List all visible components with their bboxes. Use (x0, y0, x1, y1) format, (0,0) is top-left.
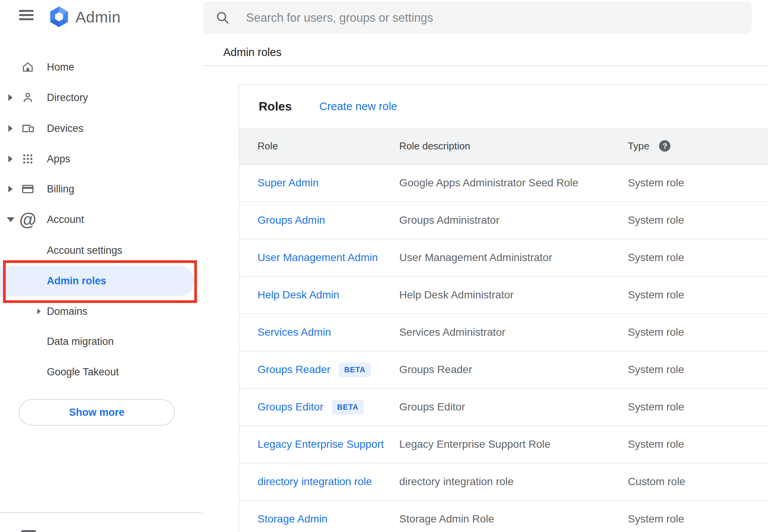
role-description: Groups Administrator (399, 214, 628, 226)
table-row: Groups Editor BETA Groups Editor System … (239, 389, 768, 426)
roles-panel: Roles Create new role Role Role descript… (239, 84, 768, 532)
role-type: System role (628, 177, 768, 189)
role-link[interactable]: directory integration role (258, 476, 372, 488)
search-input[interactable] (245, 1, 738, 35)
role-type: System role (628, 289, 768, 301)
sidebar-item-label: Home (47, 61, 74, 73)
sidebar-item-label: Apps (47, 153, 70, 165)
sidebar-item-account-settings[interactable]: Account settings (0, 235, 202, 266)
role-description: User Management Administrator (399, 252, 628, 264)
role-cell: Legacy Enterprise Support (258, 438, 399, 450)
role-cell: User Management Admin (258, 252, 399, 264)
role-cell: directory integration role (258, 476, 399, 488)
role-cell: Groups Reader BETA (258, 362, 399, 377)
breadcrumb: Admin roles (223, 46, 282, 59)
sidebar-item-label: Data migration (47, 336, 114, 348)
table-row: Super Admin Google Apps Administrator Se… (239, 165, 768, 202)
sidebar-item-home[interactable]: Home (0, 52, 202, 82)
sidebar-item-label: Google Takeout (47, 366, 119, 378)
partial-scrolled-icon (21, 530, 36, 532)
sidebar-item-label: Devices (47, 123, 83, 135)
search-bar[interactable] (203, 1, 752, 34)
expand-arrow-icon[interactable] (8, 186, 13, 192)
sidebar-item-data-migration[interactable]: Data migration (0, 326, 202, 357)
breadcrumb-divider (202, 65, 768, 66)
role-link[interactable]: Super Admin (258, 177, 318, 189)
role-link[interactable]: Groups Editor (258, 401, 323, 413)
role-link[interactable]: Groups Reader (258, 364, 330, 376)
panel-title-row: Roles Create new role (239, 85, 768, 128)
role-link[interactable]: User Management Admin (258, 252, 378, 264)
table-row: Groups Admin Groups Administrator System… (239, 202, 768, 239)
help-icon[interactable]: ? (659, 140, 670, 152)
apps-grid-icon (21, 152, 35, 166)
sidebar-item-label: Domains (47, 306, 88, 317)
sidebar-item-label: Directory (47, 92, 88, 104)
role-link[interactable]: Groups Admin (258, 214, 325, 226)
sidebar-item-domains[interactable]: Domains (0, 296, 202, 327)
show-more-label: Show more (69, 407, 125, 418)
roles-table: Super Admin Google Apps Administrator Se… (239, 165, 768, 532)
role-link[interactable]: Storage Admin (258, 513, 328, 525)
role-type: System role (628, 513, 768, 525)
role-link[interactable]: Services Admin (258, 326, 331, 338)
hamburger-menu-icon[interactable] (19, 10, 34, 22)
role-link[interactable]: Legacy Enterprise Support (258, 438, 384, 450)
admin-logo (48, 6, 70, 28)
sidebar-bottom-divider (0, 512, 202, 513)
sidebar-item-apps[interactable]: Apps (0, 144, 202, 174)
role-type: System role (628, 326, 768, 338)
table-row: Storage Admin Storage Admin Role System … (239, 501, 768, 532)
table-row: User Management Admin User Management Ad… (239, 239, 768, 277)
role-description: Legacy Enterprise Support Role (399, 438, 628, 450)
role-type: System role (628, 252, 768, 264)
table-header-row: Role Role description Type ? (239, 128, 768, 165)
role-type: System role (628, 214, 768, 226)
sidebar-item-billing[interactable]: Billing (0, 174, 202, 204)
sidebar-item-label: Account settings (47, 245, 122, 256)
sidebar-item-devices[interactable]: Devices (0, 113, 202, 144)
person-icon (21, 90, 35, 105)
role-cell: Services Admin (258, 326, 399, 338)
at-sign-icon: @ (21, 212, 35, 227)
sidebar-item-google-takeout[interactable]: Google Takeout (0, 357, 202, 387)
role-description: Storage Admin Role (399, 513, 628, 525)
sidebar-item-admin-roles-selected[interactable]: Admin roles (0, 266, 194, 296)
search-icon (215, 10, 230, 25)
role-description: Help Desk Administrator (399, 289, 628, 301)
sidebar-item-directory[interactable]: Directory (0, 82, 202, 113)
expand-arrow-icon[interactable] (8, 155, 13, 162)
app-title: Admin (75, 8, 121, 26)
create-new-role-link[interactable]: Create new role (319, 100, 397, 113)
beta-badge: BETA (339, 362, 371, 377)
table-row: Services Admin Services Administrator Sy… (239, 314, 768, 351)
expand-arrow-icon[interactable] (37, 309, 41, 314)
table-row: directory integration role directory int… (239, 463, 768, 501)
column-header-description: Role description (399, 140, 628, 152)
sidebar: Admin Home Directory (0, 0, 202, 532)
role-description: Groups Reader (399, 364, 628, 376)
role-description: Groups Editor (399, 401, 628, 413)
sidebar-item-account[interactable]: @ Account (0, 204, 202, 235)
devices-icon (21, 121, 35, 136)
expand-arrow-icon[interactable] (8, 125, 13, 132)
role-type: Custom role (628, 476, 768, 488)
role-description: directory integration role (399, 476, 628, 488)
role-description: Google Apps Administrator Seed Role (399, 177, 628, 189)
role-link[interactable]: Help Desk Admin (258, 289, 339, 301)
expand-arrow-icon[interactable] (8, 94, 13, 101)
table-row: Groups Reader BETA Groups Reader System … (239, 351, 768, 389)
role-cell: Help Desk Admin (258, 289, 399, 301)
collapse-arrow-icon[interactable] (7, 217, 14, 222)
show-more-button[interactable]: Show more (19, 399, 175, 426)
sidebar-item-label: Account (47, 214, 84, 226)
credit-card-icon (21, 182, 35, 196)
sidebar-item-label: Admin roles (47, 275, 106, 287)
role-cell: Groups Admin (258, 214, 399, 226)
home-icon (21, 60, 35, 74)
beta-badge: BETA (332, 400, 364, 415)
role-cell: Groups Editor BETA (258, 400, 399, 415)
panel-title: Roles (259, 99, 292, 114)
column-header-role: Role (258, 140, 399, 152)
sidebar-item-label: Billing (47, 183, 74, 195)
